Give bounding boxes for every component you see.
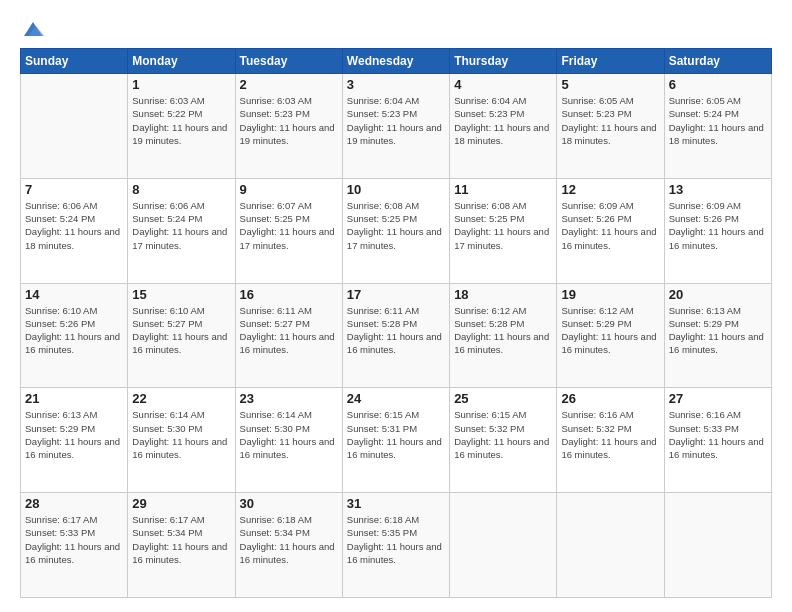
- day-number: 5: [561, 77, 659, 92]
- day-number: 21: [25, 391, 123, 406]
- day-number: 16: [240, 287, 338, 302]
- day-number: 9: [240, 182, 338, 197]
- calendar-week-row: 21Sunrise: 6:13 AM Sunset: 5:29 PM Dayli…: [21, 388, 772, 493]
- day-number: 10: [347, 182, 445, 197]
- day-info: Sunrise: 6:06 AM Sunset: 5:24 PM Dayligh…: [25, 199, 123, 252]
- day-info: Sunrise: 6:11 AM Sunset: 5:28 PM Dayligh…: [347, 304, 445, 357]
- day-info: Sunrise: 6:08 AM Sunset: 5:25 PM Dayligh…: [347, 199, 445, 252]
- day-number: 28: [25, 496, 123, 511]
- calendar-day-cell: 5Sunrise: 6:05 AM Sunset: 5:23 PM Daylig…: [557, 74, 664, 179]
- day-info: Sunrise: 6:18 AM Sunset: 5:34 PM Dayligh…: [240, 513, 338, 566]
- day-info: Sunrise: 6:15 AM Sunset: 5:32 PM Dayligh…: [454, 408, 552, 461]
- calendar-day-cell: 24Sunrise: 6:15 AM Sunset: 5:31 PM Dayli…: [342, 388, 449, 493]
- day-info: Sunrise: 6:17 AM Sunset: 5:33 PM Dayligh…: [25, 513, 123, 566]
- day-info: Sunrise: 6:14 AM Sunset: 5:30 PM Dayligh…: [240, 408, 338, 461]
- day-number: 4: [454, 77, 552, 92]
- weekday-header: Saturday: [664, 49, 771, 74]
- day-number: 19: [561, 287, 659, 302]
- calendar-day-cell: [664, 493, 771, 598]
- calendar-day-cell: 27Sunrise: 6:16 AM Sunset: 5:33 PM Dayli…: [664, 388, 771, 493]
- calendar-day-cell: 17Sunrise: 6:11 AM Sunset: 5:28 PM Dayli…: [342, 283, 449, 388]
- day-info: Sunrise: 6:04 AM Sunset: 5:23 PM Dayligh…: [454, 94, 552, 147]
- day-info: Sunrise: 6:09 AM Sunset: 5:26 PM Dayligh…: [561, 199, 659, 252]
- day-info: Sunrise: 6:08 AM Sunset: 5:25 PM Dayligh…: [454, 199, 552, 252]
- calendar-day-cell: 14Sunrise: 6:10 AM Sunset: 5:26 PM Dayli…: [21, 283, 128, 388]
- weekday-header: Sunday: [21, 49, 128, 74]
- calendar-day-cell: 8Sunrise: 6:06 AM Sunset: 5:24 PM Daylig…: [128, 178, 235, 283]
- day-info: Sunrise: 6:03 AM Sunset: 5:23 PM Dayligh…: [240, 94, 338, 147]
- day-number: 12: [561, 182, 659, 197]
- day-number: 27: [669, 391, 767, 406]
- calendar-day-cell: 31Sunrise: 6:18 AM Sunset: 5:35 PM Dayli…: [342, 493, 449, 598]
- day-info: Sunrise: 6:12 AM Sunset: 5:29 PM Dayligh…: [561, 304, 659, 357]
- day-number: 15: [132, 287, 230, 302]
- calendar-day-cell: 22Sunrise: 6:14 AM Sunset: 5:30 PM Dayli…: [128, 388, 235, 493]
- weekday-header: Tuesday: [235, 49, 342, 74]
- day-number: 30: [240, 496, 338, 511]
- day-info: Sunrise: 6:18 AM Sunset: 5:35 PM Dayligh…: [347, 513, 445, 566]
- calendar-week-row: 28Sunrise: 6:17 AM Sunset: 5:33 PM Dayli…: [21, 493, 772, 598]
- day-info: Sunrise: 6:09 AM Sunset: 5:26 PM Dayligh…: [669, 199, 767, 252]
- calendar-day-cell: 9Sunrise: 6:07 AM Sunset: 5:25 PM Daylig…: [235, 178, 342, 283]
- calendar-day-cell: 28Sunrise: 6:17 AM Sunset: 5:33 PM Dayli…: [21, 493, 128, 598]
- day-number: 11: [454, 182, 552, 197]
- day-info: Sunrise: 6:16 AM Sunset: 5:32 PM Dayligh…: [561, 408, 659, 461]
- day-info: Sunrise: 6:17 AM Sunset: 5:34 PM Dayligh…: [132, 513, 230, 566]
- day-info: Sunrise: 6:15 AM Sunset: 5:31 PM Dayligh…: [347, 408, 445, 461]
- day-info: Sunrise: 6:10 AM Sunset: 5:26 PM Dayligh…: [25, 304, 123, 357]
- calendar-day-cell: 11Sunrise: 6:08 AM Sunset: 5:25 PM Dayli…: [450, 178, 557, 283]
- weekday-header: Friday: [557, 49, 664, 74]
- weekday-header-row: SundayMondayTuesdayWednesdayThursdayFrid…: [21, 49, 772, 74]
- calendar-day-cell: [557, 493, 664, 598]
- calendar-day-cell: 30Sunrise: 6:18 AM Sunset: 5:34 PM Dayli…: [235, 493, 342, 598]
- calendar-day-cell: 20Sunrise: 6:13 AM Sunset: 5:29 PM Dayli…: [664, 283, 771, 388]
- header: [20, 18, 772, 40]
- day-number: 13: [669, 182, 767, 197]
- day-number: 22: [132, 391, 230, 406]
- calendar-week-row: 1Sunrise: 6:03 AM Sunset: 5:22 PM Daylig…: [21, 74, 772, 179]
- day-number: 3: [347, 77, 445, 92]
- day-info: Sunrise: 6:13 AM Sunset: 5:29 PM Dayligh…: [25, 408, 123, 461]
- day-number: 7: [25, 182, 123, 197]
- calendar-day-cell: 6Sunrise: 6:05 AM Sunset: 5:24 PM Daylig…: [664, 74, 771, 179]
- day-number: 8: [132, 182, 230, 197]
- day-number: 26: [561, 391, 659, 406]
- day-info: Sunrise: 6:11 AM Sunset: 5:27 PM Dayligh…: [240, 304, 338, 357]
- day-number: 14: [25, 287, 123, 302]
- day-info: Sunrise: 6:10 AM Sunset: 5:27 PM Dayligh…: [132, 304, 230, 357]
- day-number: 6: [669, 77, 767, 92]
- weekday-header: Thursday: [450, 49, 557, 74]
- calendar-day-cell: [450, 493, 557, 598]
- calendar-day-cell: 19Sunrise: 6:12 AM Sunset: 5:29 PM Dayli…: [557, 283, 664, 388]
- day-info: Sunrise: 6:05 AM Sunset: 5:24 PM Dayligh…: [669, 94, 767, 147]
- day-number: 18: [454, 287, 552, 302]
- calendar-day-cell: 2Sunrise: 6:03 AM Sunset: 5:23 PM Daylig…: [235, 74, 342, 179]
- day-number: 17: [347, 287, 445, 302]
- day-number: 24: [347, 391, 445, 406]
- calendar-day-cell: 3Sunrise: 6:04 AM Sunset: 5:23 PM Daylig…: [342, 74, 449, 179]
- day-number: 20: [669, 287, 767, 302]
- day-number: 2: [240, 77, 338, 92]
- calendar-day-cell: 23Sunrise: 6:14 AM Sunset: 5:30 PM Dayli…: [235, 388, 342, 493]
- calendar-day-cell: 29Sunrise: 6:17 AM Sunset: 5:34 PM Dayli…: [128, 493, 235, 598]
- day-info: Sunrise: 6:07 AM Sunset: 5:25 PM Dayligh…: [240, 199, 338, 252]
- calendar-day-cell: 13Sunrise: 6:09 AM Sunset: 5:26 PM Dayli…: [664, 178, 771, 283]
- day-number: 1: [132, 77, 230, 92]
- day-info: Sunrise: 6:13 AM Sunset: 5:29 PM Dayligh…: [669, 304, 767, 357]
- day-info: Sunrise: 6:04 AM Sunset: 5:23 PM Dayligh…: [347, 94, 445, 147]
- logo-icon: [22, 18, 44, 40]
- day-info: Sunrise: 6:05 AM Sunset: 5:23 PM Dayligh…: [561, 94, 659, 147]
- logo: [20, 18, 44, 40]
- page: SundayMondayTuesdayWednesdayThursdayFrid…: [0, 0, 792, 612]
- day-info: Sunrise: 6:12 AM Sunset: 5:28 PM Dayligh…: [454, 304, 552, 357]
- calendar-day-cell: 1Sunrise: 6:03 AM Sunset: 5:22 PM Daylig…: [128, 74, 235, 179]
- calendar-week-row: 7Sunrise: 6:06 AM Sunset: 5:24 PM Daylig…: [21, 178, 772, 283]
- day-number: 31: [347, 496, 445, 511]
- day-info: Sunrise: 6:16 AM Sunset: 5:33 PM Dayligh…: [669, 408, 767, 461]
- calendar-day-cell: 10Sunrise: 6:08 AM Sunset: 5:25 PM Dayli…: [342, 178, 449, 283]
- calendar-day-cell: 15Sunrise: 6:10 AM Sunset: 5:27 PM Dayli…: [128, 283, 235, 388]
- calendar-week-row: 14Sunrise: 6:10 AM Sunset: 5:26 PM Dayli…: [21, 283, 772, 388]
- calendar-table: SundayMondayTuesdayWednesdayThursdayFrid…: [20, 48, 772, 598]
- day-info: Sunrise: 6:14 AM Sunset: 5:30 PM Dayligh…: [132, 408, 230, 461]
- day-info: Sunrise: 6:03 AM Sunset: 5:22 PM Dayligh…: [132, 94, 230, 147]
